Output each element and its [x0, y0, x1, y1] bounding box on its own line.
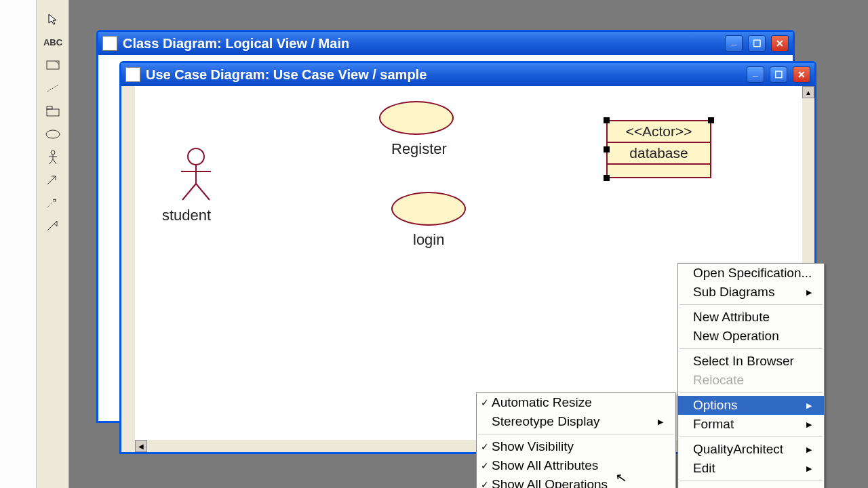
- minimize-button[interactable]: [747, 66, 764, 83]
- left-panel-fragment: [0, 0, 37, 488]
- usecase-tool-icon[interactable]: [42, 126, 64, 142]
- generalization-tool-icon[interactable]: [42, 218, 64, 235]
- database-element[interactable]: <<Actor>> database: [606, 120, 711, 178]
- menu-sub-diagrams[interactable]: Sub Diagrams: [678, 283, 824, 302]
- menu-new-attribute[interactable]: New Attribute: [678, 308, 824, 327]
- element-name: database: [608, 143, 710, 165]
- menu-show-visibility[interactable]: Show Visibility: [477, 437, 675, 456]
- menu-separator: [679, 304, 823, 305]
- menu-new-operation[interactable]: New Operation: [678, 327, 824, 346]
- window-icon: [125, 67, 140, 82]
- menu-separator: [679, 436, 823, 437]
- svg-rect-3: [47, 106, 52, 109]
- svg-point-4: [46, 130, 60, 138]
- actor-student[interactable]: [176, 147, 216, 201]
- resize-handle[interactable]: [604, 146, 610, 152]
- dependency-tool-icon[interactable]: [42, 195, 64, 211]
- menu-stereotype-display[interactable]: Stereotype Display: [477, 412, 675, 431]
- menu-separator: [478, 434, 674, 434]
- context-menu: Open Specification... Sub Diagrams New A…: [677, 263, 825, 488]
- scroll-left-button[interactable]: ◀: [135, 440, 147, 452]
- window-title: Use Case Diagram: Use Case View / sample: [146, 67, 427, 83]
- window-title: Class Diagram: Logical View / Main: [123, 36, 349, 52]
- resize-handle[interactable]: [604, 117, 610, 123]
- menu-relocate: Relocate: [678, 371, 824, 390]
- options-submenu: Automatic Resize Stereotype Display Show…: [476, 392, 676, 488]
- actor-student-label: student: [162, 207, 211, 224]
- close-button[interactable]: [793, 66, 810, 83]
- svg-rect-2: [47, 109, 59, 116]
- menu-quality-architect[interactable]: QualityArchitect: [678, 440, 824, 459]
- svg-line-8: [50, 159, 53, 164]
- usecase-login[interactable]: [391, 192, 466, 226]
- usecase-register-label: Register: [391, 140, 447, 158]
- actor-icon: [176, 147, 216, 201]
- class-titlebar[interactable]: Class Diagram: Logical View / Main: [98, 32, 793, 55]
- svg-line-16: [182, 184, 196, 200]
- close-button[interactable]: [771, 35, 789, 52]
- svg-line-17: [196, 184, 210, 200]
- resize-handle[interactable]: [604, 175, 610, 181]
- menu-open-specification[interactable]: Open Specification...: [678, 264, 824, 283]
- attributes-compartment: [608, 165, 710, 177]
- line-tool-icon[interactable]: [42, 80, 64, 96]
- svg-line-9: [53, 159, 56, 164]
- menu-show-all-attributes[interactable]: Show All Attributes: [477, 456, 675, 475]
- usecase-diagram-window: Use Case Diagram: Use Case View / sample…: [119, 61, 816, 454]
- svg-point-13: [188, 148, 204, 165]
- association-tool-icon[interactable]: [42, 172, 64, 188]
- svg-line-11: [47, 199, 56, 207]
- menu-edit[interactable]: Edit: [678, 459, 824, 478]
- menu-format[interactable]: Format: [678, 415, 824, 434]
- actor-tool-icon[interactable]: [42, 149, 64, 165]
- menu-automatic-resize[interactable]: Automatic Resize: [477, 393, 675, 412]
- toolbox: ABC: [37, 0, 69, 488]
- svg-line-12: [47, 224, 54, 230]
- maximize-button[interactable]: [770, 66, 787, 83]
- note-tool-icon[interactable]: [42, 57, 64, 73]
- svg-point-5: [51, 150, 55, 155]
- usecase-register[interactable]: [379, 101, 454, 135]
- svg-line-10: [47, 176, 56, 184]
- menu-show-all-operations[interactable]: Show All Operations: [477, 475, 675, 488]
- svg-line-1: [47, 85, 58, 92]
- menu-separator: [679, 481, 823, 481]
- menu-gof-patterns[interactable]: GOFPatterns: [678, 484, 824, 488]
- scroll-up-button[interactable]: ▲: [802, 86, 814, 98]
- maximize-button[interactable]: [748, 35, 766, 52]
- usecase-titlebar[interactable]: Use Case Diagram: Use Case View / sample: [121, 63, 814, 86]
- pointer-tool-icon[interactable]: [42, 11, 64, 27]
- package-tool-icon[interactable]: [42, 103, 64, 119]
- stereotype-label: <<Actor>>: [608, 121, 710, 143]
- menu-select-in-browser[interactable]: Select In Browser: [678, 352, 824, 371]
- window-icon: [102, 36, 117, 51]
- resize-handle[interactable]: [708, 117, 714, 123]
- usecase-canvas[interactable]: Register login student <<Actor>> databas…: [121, 86, 814, 452]
- minimize-button[interactable]: [725, 35, 743, 52]
- menu-separator: [679, 348, 823, 349]
- text-tool-icon[interactable]: ABC: [42, 34, 64, 50]
- usecase-login-label: login: [413, 231, 444, 249]
- menu-options[interactable]: Options: [678, 396, 824, 415]
- menu-separator: [679, 392, 823, 393]
